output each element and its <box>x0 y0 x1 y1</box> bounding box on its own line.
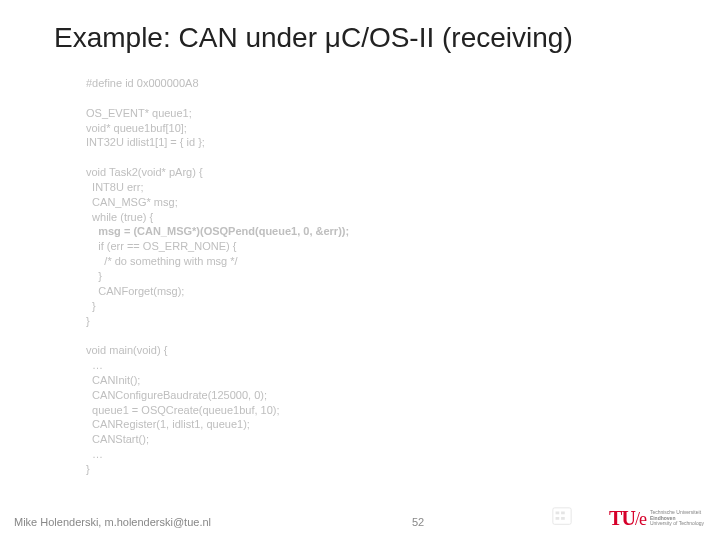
code-line: CANInit(); <box>86 374 140 386</box>
code-line: } <box>86 315 90 327</box>
svg-rect-1 <box>556 512 560 515</box>
code-line: CANRegister(1, idlist1, queue1); <box>86 418 250 430</box>
code-line: void main(void) { <box>86 344 167 356</box>
tue-sub-line: University of Technology <box>650 520 704 526</box>
tue-logo-mark: TU/e <box>609 507 646 530</box>
svg-rect-2 <box>561 512 565 515</box>
code-line: queue1 = OSQCreate(queue1buf, 10); <box>86 404 280 416</box>
svg-rect-3 <box>556 517 560 520</box>
code-line-highlight: msg = (CAN_MSG*)(OSQPend(queue1, 0, &err… <box>86 225 349 237</box>
code-line: #define id 0x000000A8 <box>86 77 199 89</box>
code-line: … <box>86 359 103 371</box>
code-listing: #define id 0x000000A8 OS_EVENT* queue1; … <box>0 54 720 477</box>
code-line: void* queue1buf[10]; <box>86 122 187 134</box>
code-line: CANForget(msg); <box>86 285 184 297</box>
slide-title: Example: CAN under μC/OS-II (receiving) <box>0 0 720 54</box>
code-line: INT32U idlist1[1] = { id }; <box>86 136 205 148</box>
code-line: CANConfigureBaudrate(125000, 0); <box>86 389 267 401</box>
code-line: /* do something with msg */ <box>86 255 238 267</box>
svg-rect-4 <box>561 517 565 520</box>
code-line: INT8U err; <box>86 181 143 193</box>
code-line: } <box>86 463 90 475</box>
code-line: CANStart(); <box>86 433 149 445</box>
code-line: } <box>86 270 102 282</box>
code-line: if (err == OS_ERR_NONE) { <box>86 240 236 252</box>
footer-page-number: 52 <box>412 516 424 528</box>
tue-logo: TU/e Technische Universiteit Eindhoven U… <box>609 507 704 530</box>
code-line: while (true) { <box>86 211 153 223</box>
tue-slash-e: /e <box>635 509 646 529</box>
code-line: } <box>86 300 96 312</box>
san-logo-icon <box>550 506 574 528</box>
code-line: … <box>86 448 103 460</box>
footer-author: Mike Holenderski, m.holenderski@tue.nl <box>14 516 211 528</box>
code-line: CAN_MSG* msg; <box>86 196 178 208</box>
tue-tu: TU <box>609 507 635 529</box>
slide-footer: Mike Holenderski, m.holenderski@tue.nl 5… <box>0 504 720 532</box>
code-line: void Task2(void* pArg) { <box>86 166 203 178</box>
tue-logo-subtitle: Technische Universiteit Eindhoven Univer… <box>650 510 704 527</box>
svg-rect-0 <box>553 508 571 524</box>
code-line: OS_EVENT* queue1; <box>86 107 192 119</box>
